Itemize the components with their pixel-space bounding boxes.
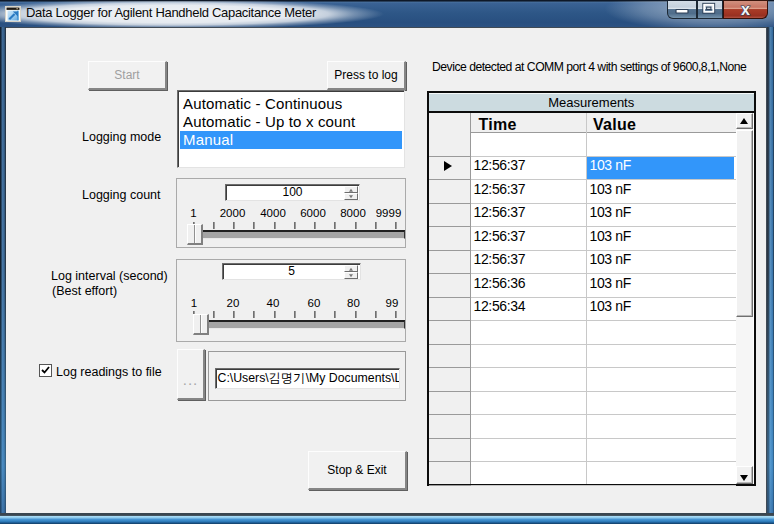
- svg-text:x: x: [741, 1, 750, 18]
